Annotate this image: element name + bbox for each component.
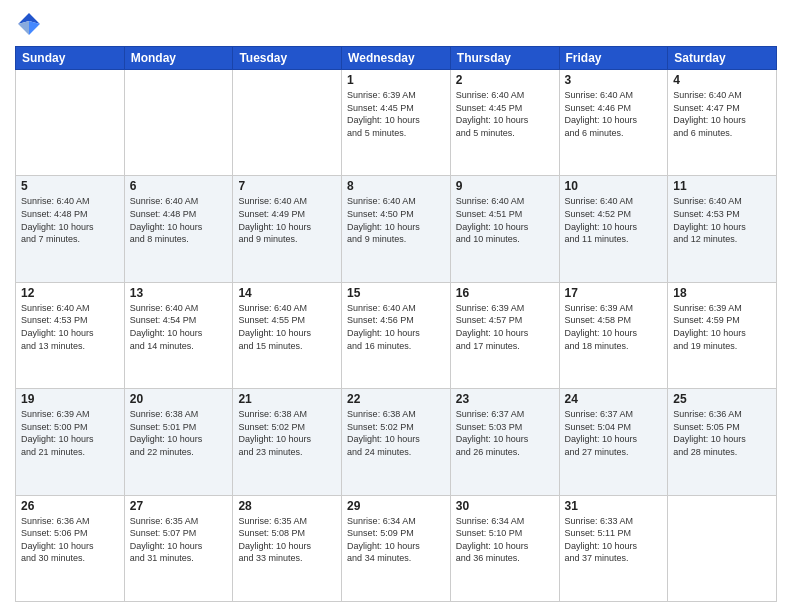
day-info: Sunrise: 6:40 AM Sunset: 4:55 PM Dayligh… [238, 302, 336, 352]
weekday-header-row: SundayMondayTuesdayWednesdayThursdayFrid… [16, 47, 777, 70]
day-info: Sunrise: 6:40 AM Sunset: 4:53 PM Dayligh… [673, 195, 771, 245]
day-info: Sunrise: 6:37 AM Sunset: 5:03 PM Dayligh… [456, 408, 554, 458]
calendar-cell: 23Sunrise: 6:37 AM Sunset: 5:03 PM Dayli… [450, 389, 559, 495]
day-number: 9 [456, 179, 554, 193]
day-number: 3 [565, 73, 663, 87]
calendar-cell: 2Sunrise: 6:40 AM Sunset: 4:45 PM Daylig… [450, 70, 559, 176]
calendar-cell: 24Sunrise: 6:37 AM Sunset: 5:04 PM Dayli… [559, 389, 668, 495]
day-info: Sunrise: 6:36 AM Sunset: 5:05 PM Dayligh… [673, 408, 771, 458]
calendar-table: SundayMondayTuesdayWednesdayThursdayFrid… [15, 46, 777, 602]
day-number: 6 [130, 179, 228, 193]
day-info: Sunrise: 6:34 AM Sunset: 5:10 PM Dayligh… [456, 515, 554, 565]
day-number: 20 [130, 392, 228, 406]
calendar-week-5: 26Sunrise: 6:36 AM Sunset: 5:06 PM Dayli… [16, 495, 777, 601]
day-number: 30 [456, 499, 554, 513]
day-info: Sunrise: 6:39 AM Sunset: 4:45 PM Dayligh… [347, 89, 445, 139]
calendar-cell: 19Sunrise: 6:39 AM Sunset: 5:00 PM Dayli… [16, 389, 125, 495]
calendar-cell: 10Sunrise: 6:40 AM Sunset: 4:52 PM Dayli… [559, 176, 668, 282]
day-info: Sunrise: 6:34 AM Sunset: 5:09 PM Dayligh… [347, 515, 445, 565]
calendar-cell [16, 70, 125, 176]
day-info: Sunrise: 6:35 AM Sunset: 5:08 PM Dayligh… [238, 515, 336, 565]
weekday-header-monday: Monday [124, 47, 233, 70]
calendar-cell: 25Sunrise: 6:36 AM Sunset: 5:05 PM Dayli… [668, 389, 777, 495]
weekday-header-sunday: Sunday [16, 47, 125, 70]
logo-icon [15, 10, 43, 38]
calendar-cell: 22Sunrise: 6:38 AM Sunset: 5:02 PM Dayli… [342, 389, 451, 495]
calendar-cell: 4Sunrise: 6:40 AM Sunset: 4:47 PM Daylig… [668, 70, 777, 176]
day-info: Sunrise: 6:40 AM Sunset: 4:54 PM Dayligh… [130, 302, 228, 352]
weekday-header-wednesday: Wednesday [342, 47, 451, 70]
calendar-cell [668, 495, 777, 601]
day-number: 26 [21, 499, 119, 513]
day-number: 28 [238, 499, 336, 513]
calendar-week-2: 5Sunrise: 6:40 AM Sunset: 4:48 PM Daylig… [16, 176, 777, 282]
logo [15, 10, 47, 38]
calendar-week-1: 1Sunrise: 6:39 AM Sunset: 4:45 PM Daylig… [16, 70, 777, 176]
day-info: Sunrise: 6:40 AM Sunset: 4:51 PM Dayligh… [456, 195, 554, 245]
calendar-week-3: 12Sunrise: 6:40 AM Sunset: 4:53 PM Dayli… [16, 282, 777, 388]
day-info: Sunrise: 6:40 AM Sunset: 4:52 PM Dayligh… [565, 195, 663, 245]
day-info: Sunrise: 6:40 AM Sunset: 4:49 PM Dayligh… [238, 195, 336, 245]
calendar-cell: 5Sunrise: 6:40 AM Sunset: 4:48 PM Daylig… [16, 176, 125, 282]
day-info: Sunrise: 6:38 AM Sunset: 5:02 PM Dayligh… [347, 408, 445, 458]
day-number: 21 [238, 392, 336, 406]
calendar-cell: 28Sunrise: 6:35 AM Sunset: 5:08 PM Dayli… [233, 495, 342, 601]
calendar-cell: 14Sunrise: 6:40 AM Sunset: 4:55 PM Dayli… [233, 282, 342, 388]
day-info: Sunrise: 6:39 AM Sunset: 4:58 PM Dayligh… [565, 302, 663, 352]
day-info: Sunrise: 6:35 AM Sunset: 5:07 PM Dayligh… [130, 515, 228, 565]
day-number: 11 [673, 179, 771, 193]
day-number: 23 [456, 392, 554, 406]
header [15, 10, 777, 38]
day-info: Sunrise: 6:40 AM Sunset: 4:56 PM Dayligh… [347, 302, 445, 352]
calendar-cell: 20Sunrise: 6:38 AM Sunset: 5:01 PM Dayli… [124, 389, 233, 495]
calendar-body: 1Sunrise: 6:39 AM Sunset: 4:45 PM Daylig… [16, 70, 777, 602]
weekday-header-thursday: Thursday [450, 47, 559, 70]
calendar-cell: 15Sunrise: 6:40 AM Sunset: 4:56 PM Dayli… [342, 282, 451, 388]
day-info: Sunrise: 6:37 AM Sunset: 5:04 PM Dayligh… [565, 408, 663, 458]
calendar-cell: 1Sunrise: 6:39 AM Sunset: 4:45 PM Daylig… [342, 70, 451, 176]
day-number: 29 [347, 499, 445, 513]
day-number: 10 [565, 179, 663, 193]
day-number: 16 [456, 286, 554, 300]
day-number: 25 [673, 392, 771, 406]
day-number: 31 [565, 499, 663, 513]
calendar-cell: 18Sunrise: 6:39 AM Sunset: 4:59 PM Dayli… [668, 282, 777, 388]
day-number: 24 [565, 392, 663, 406]
calendar-cell: 9Sunrise: 6:40 AM Sunset: 4:51 PM Daylig… [450, 176, 559, 282]
day-info: Sunrise: 6:33 AM Sunset: 5:11 PM Dayligh… [565, 515, 663, 565]
day-number: 1 [347, 73, 445, 87]
calendar-cell: 27Sunrise: 6:35 AM Sunset: 5:07 PM Dayli… [124, 495, 233, 601]
calendar-cell: 30Sunrise: 6:34 AM Sunset: 5:10 PM Dayli… [450, 495, 559, 601]
day-info: Sunrise: 6:40 AM Sunset: 4:46 PM Dayligh… [565, 89, 663, 139]
day-info: Sunrise: 6:40 AM Sunset: 4:50 PM Dayligh… [347, 195, 445, 245]
day-number: 15 [347, 286, 445, 300]
day-info: Sunrise: 6:39 AM Sunset: 5:00 PM Dayligh… [21, 408, 119, 458]
calendar-cell: 29Sunrise: 6:34 AM Sunset: 5:09 PM Dayli… [342, 495, 451, 601]
day-number: 22 [347, 392, 445, 406]
calendar-cell: 17Sunrise: 6:39 AM Sunset: 4:58 PM Dayli… [559, 282, 668, 388]
calendar-week-4: 19Sunrise: 6:39 AM Sunset: 5:00 PM Dayli… [16, 389, 777, 495]
day-info: Sunrise: 6:39 AM Sunset: 4:57 PM Dayligh… [456, 302, 554, 352]
calendar-cell [233, 70, 342, 176]
day-number: 27 [130, 499, 228, 513]
day-number: 7 [238, 179, 336, 193]
calendar-cell: 8Sunrise: 6:40 AM Sunset: 4:50 PM Daylig… [342, 176, 451, 282]
day-info: Sunrise: 6:40 AM Sunset: 4:47 PM Dayligh… [673, 89, 771, 139]
day-number: 5 [21, 179, 119, 193]
calendar-cell: 11Sunrise: 6:40 AM Sunset: 4:53 PM Dayli… [668, 176, 777, 282]
calendar-cell: 7Sunrise: 6:40 AM Sunset: 4:49 PM Daylig… [233, 176, 342, 282]
day-info: Sunrise: 6:40 AM Sunset: 4:48 PM Dayligh… [21, 195, 119, 245]
weekday-header-tuesday: Tuesday [233, 47, 342, 70]
day-number: 2 [456, 73, 554, 87]
calendar-cell [124, 70, 233, 176]
calendar-cell: 12Sunrise: 6:40 AM Sunset: 4:53 PM Dayli… [16, 282, 125, 388]
calendar-cell: 26Sunrise: 6:36 AM Sunset: 5:06 PM Dayli… [16, 495, 125, 601]
calendar-cell: 16Sunrise: 6:39 AM Sunset: 4:57 PM Dayli… [450, 282, 559, 388]
day-number: 4 [673, 73, 771, 87]
weekday-header-friday: Friday [559, 47, 668, 70]
calendar-cell: 31Sunrise: 6:33 AM Sunset: 5:11 PM Dayli… [559, 495, 668, 601]
day-number: 17 [565, 286, 663, 300]
day-info: Sunrise: 6:40 AM Sunset: 4:53 PM Dayligh… [21, 302, 119, 352]
weekday-header-saturday: Saturday [668, 47, 777, 70]
calendar-cell: 3Sunrise: 6:40 AM Sunset: 4:46 PM Daylig… [559, 70, 668, 176]
